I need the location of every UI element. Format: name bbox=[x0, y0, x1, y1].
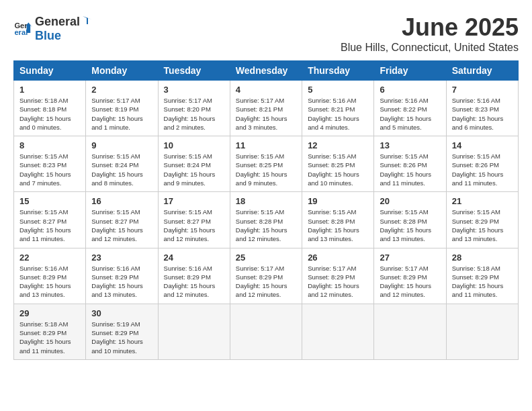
day-info: Sunrise: 5:19 AMSunset: 8:29 PMDaylight:… bbox=[91, 320, 152, 355]
day-number: 17 bbox=[164, 196, 224, 206]
weekday-header-tuesday: Tuesday bbox=[158, 61, 230, 81]
day-number: 14 bbox=[452, 140, 513, 150]
calendar-cell bbox=[230, 304, 302, 359]
day-number: 20 bbox=[380, 196, 440, 206]
calendar-cell bbox=[446, 304, 518, 359]
weekday-header-friday: Friday bbox=[374, 61, 446, 81]
weekday-header-saturday: Saturday bbox=[446, 61, 518, 81]
weekday-header-sunday: Sunday bbox=[14, 61, 86, 81]
calendar-table: SundayMondayTuesdayWednesdayThursdayFrid… bbox=[13, 60, 519, 360]
day-number: 4 bbox=[236, 85, 296, 95]
calendar-cell: 6Sunrise: 5:16 AMSunset: 8:22 PMDaylight… bbox=[374, 81, 446, 136]
svg-text:eral: eral bbox=[14, 28, 28, 36]
title-area: June 2025 Blue Hills, Connecticut, Unite… bbox=[341, 13, 519, 54]
calendar-cell: 30Sunrise: 5:19 AMSunset: 8:29 PMDayligh… bbox=[86, 304, 158, 359]
calendar-cell: 5Sunrise: 5:16 AMSunset: 8:21 PMDaylight… bbox=[302, 81, 374, 136]
week-row-4: 22Sunrise: 5:16 AMSunset: 8:29 PMDayligh… bbox=[14, 248, 519, 304]
svg-marker-3 bbox=[83, 16, 92, 24]
day-number: 10 bbox=[164, 140, 224, 150]
day-info: Sunrise: 5:15 AMSunset: 8:24 PMDaylight:… bbox=[164, 152, 224, 187]
weekday-header-monday: Monday bbox=[86, 61, 158, 81]
logo-icon: Gen eral bbox=[13, 19, 32, 38]
logo-general: General bbox=[35, 15, 80, 29]
day-info: Sunrise: 5:15 AMSunset: 8:26 PMDaylight:… bbox=[380, 152, 440, 187]
day-info: Sunrise: 5:16 AMSunset: 8:29 PMDaylight:… bbox=[91, 264, 152, 300]
day-info: Sunrise: 5:16 AMSunset: 8:23 PMDaylight:… bbox=[452, 96, 513, 132]
day-number: 30 bbox=[91, 308, 152, 318]
logo: Gen eral General Blue bbox=[13, 13, 93, 43]
day-number: 15 bbox=[19, 196, 80, 206]
day-info: Sunrise: 5:15 AMSunset: 8:27 PMDaylight:… bbox=[91, 208, 152, 243]
day-info: Sunrise: 5:17 AMSunset: 8:29 PMDaylight:… bbox=[380, 264, 440, 300]
day-info: Sunrise: 5:15 AMSunset: 8:28 PMDaylight:… bbox=[380, 208, 440, 243]
day-number: 8 bbox=[19, 140, 80, 150]
weekday-header-wednesday: Wednesday bbox=[230, 61, 302, 81]
logo-blue: Blue bbox=[35, 29, 61, 42]
week-row-2: 8Sunrise: 5:15 AMSunset: 8:23 PMDaylight… bbox=[14, 136, 519, 192]
day-info: Sunrise: 5:17 AMSunset: 8:21 PMDaylight:… bbox=[236, 96, 296, 132]
calendar-cell: 13Sunrise: 5:15 AMSunset: 8:26 PMDayligh… bbox=[374, 136, 446, 192]
calendar-cell: 2Sunrise: 5:17 AMSunset: 8:19 PMDaylight… bbox=[86, 81, 158, 136]
day-number: 13 bbox=[380, 140, 440, 150]
day-info: Sunrise: 5:17 AMSunset: 8:29 PMDaylight:… bbox=[308, 264, 368, 300]
day-info: Sunrise: 5:15 AMSunset: 8:28 PMDaylight:… bbox=[236, 208, 296, 243]
day-info: Sunrise: 5:16 AMSunset: 8:29 PMDaylight:… bbox=[19, 264, 80, 300]
calendar-cell: 14Sunrise: 5:15 AMSunset: 8:26 PMDayligh… bbox=[446, 136, 518, 192]
day-number: 29 bbox=[19, 308, 80, 318]
day-info: Sunrise: 5:15 AMSunset: 8:23 PMDaylight:… bbox=[19, 152, 80, 187]
day-number: 21 bbox=[452, 196, 513, 206]
calendar-cell: 26Sunrise: 5:17 AMSunset: 8:29 PMDayligh… bbox=[302, 248, 374, 304]
day-number: 25 bbox=[236, 253, 296, 263]
calendar-cell: 18Sunrise: 5:15 AMSunset: 8:28 PMDayligh… bbox=[230, 192, 302, 248]
calendar-cell: 3Sunrise: 5:17 AMSunset: 8:20 PMDaylight… bbox=[158, 81, 230, 136]
calendar-cell: 23Sunrise: 5:16 AMSunset: 8:29 PMDayligh… bbox=[86, 248, 158, 304]
day-info: Sunrise: 5:15 AMSunset: 8:24 PMDaylight:… bbox=[91, 152, 152, 187]
day-info: Sunrise: 5:16 AMSunset: 8:22 PMDaylight:… bbox=[380, 96, 440, 132]
day-number: 27 bbox=[380, 253, 440, 263]
calendar-cell: 25Sunrise: 5:17 AMSunset: 8:29 PMDayligh… bbox=[230, 248, 302, 304]
day-info: Sunrise: 5:17 AMSunset: 8:29 PMDaylight:… bbox=[236, 264, 296, 300]
calendar-cell: 17Sunrise: 5:15 AMSunset: 8:27 PMDayligh… bbox=[158, 192, 230, 248]
day-number: 22 bbox=[19, 253, 80, 263]
calendar-cell: 24Sunrise: 5:16 AMSunset: 8:29 PMDayligh… bbox=[158, 248, 230, 304]
calendar-cell: 1Sunrise: 5:18 AMSunset: 8:18 PMDaylight… bbox=[14, 81, 86, 136]
page-header: Gen eral General Blue June 2025 Blue Hil… bbox=[13, 13, 519, 54]
week-row-1: 1Sunrise: 5:18 AMSunset: 8:18 PMDaylight… bbox=[14, 81, 519, 136]
calendar-cell: 21Sunrise: 5:15 AMSunset: 8:29 PMDayligh… bbox=[446, 192, 518, 248]
weekday-header-row: SundayMondayTuesdayWednesdayThursdayFrid… bbox=[14, 61, 519, 81]
day-info: Sunrise: 5:15 AMSunset: 8:26 PMDaylight:… bbox=[452, 152, 513, 187]
day-number: 28 bbox=[452, 253, 513, 263]
day-number: 26 bbox=[308, 253, 368, 263]
day-number: 6 bbox=[380, 85, 440, 95]
calendar-cell bbox=[302, 304, 374, 359]
week-row-3: 15Sunrise: 5:15 AMSunset: 8:27 PMDayligh… bbox=[14, 192, 519, 248]
month-title: June 2025 bbox=[341, 13, 519, 42]
calendar-cell: 16Sunrise: 5:15 AMSunset: 8:27 PMDayligh… bbox=[86, 192, 158, 248]
day-info: Sunrise: 5:15 AMSunset: 8:29 PMDaylight:… bbox=[452, 208, 513, 243]
day-info: Sunrise: 5:15 AMSunset: 8:27 PMDaylight:… bbox=[164, 208, 224, 243]
calendar-cell: 19Sunrise: 5:15 AMSunset: 8:28 PMDayligh… bbox=[302, 192, 374, 248]
weekday-header-thursday: Thursday bbox=[302, 61, 374, 81]
day-number: 7 bbox=[452, 85, 513, 95]
day-info: Sunrise: 5:18 AMSunset: 8:18 PMDaylight:… bbox=[19, 96, 80, 132]
calendar-cell: 28Sunrise: 5:18 AMSunset: 8:29 PMDayligh… bbox=[446, 248, 518, 304]
calendar-cell: 20Sunrise: 5:15 AMSunset: 8:28 PMDayligh… bbox=[374, 192, 446, 248]
day-info: Sunrise: 5:17 AMSunset: 8:19 PMDaylight:… bbox=[91, 96, 152, 132]
day-number: 1 bbox=[19, 85, 80, 95]
day-info: Sunrise: 5:15 AMSunset: 8:25 PMDaylight:… bbox=[236, 152, 296, 187]
day-info: Sunrise: 5:16 AMSunset: 8:21 PMDaylight:… bbox=[308, 96, 368, 132]
day-number: 19 bbox=[308, 196, 368, 206]
calendar-cell: 12Sunrise: 5:15 AMSunset: 8:25 PMDayligh… bbox=[302, 136, 374, 192]
week-row-5: 29Sunrise: 5:18 AMSunset: 8:29 PMDayligh… bbox=[14, 304, 519, 359]
day-info: Sunrise: 5:17 AMSunset: 8:20 PMDaylight:… bbox=[164, 96, 224, 132]
day-number: 3 bbox=[164, 85, 224, 95]
calendar-cell: 29Sunrise: 5:18 AMSunset: 8:29 PMDayligh… bbox=[14, 304, 86, 359]
calendar-cell: 4Sunrise: 5:17 AMSunset: 8:21 PMDaylight… bbox=[230, 81, 302, 136]
calendar-cell: 15Sunrise: 5:15 AMSunset: 8:27 PMDayligh… bbox=[14, 192, 86, 248]
day-number: 18 bbox=[236, 196, 296, 206]
day-number: 11 bbox=[236, 140, 296, 150]
calendar-cell: 7Sunrise: 5:16 AMSunset: 8:23 PMDaylight… bbox=[446, 81, 518, 136]
calendar-cell: 10Sunrise: 5:15 AMSunset: 8:24 PMDayligh… bbox=[158, 136, 230, 192]
calendar-cell: 8Sunrise: 5:15 AMSunset: 8:23 PMDaylight… bbox=[14, 136, 86, 192]
day-info: Sunrise: 5:15 AMSunset: 8:25 PMDaylight:… bbox=[308, 152, 368, 187]
